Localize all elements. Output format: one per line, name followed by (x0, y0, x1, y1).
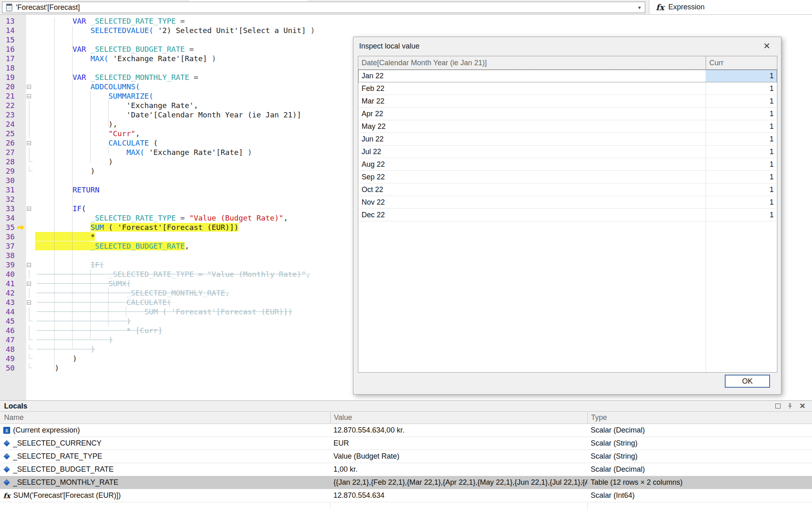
line-number[interactable]: 37 (0, 241, 15, 251)
month-cell[interactable]: Mar 22 (358, 95, 706, 107)
line-number[interactable]: 31 (0, 185, 15, 194)
curr-cell[interactable]: 1 (706, 183, 777, 196)
local-name-cell[interactable]: _SELECTED_BUDGET_RATE (0, 463, 330, 476)
line-number[interactable]: 38 (0, 251, 15, 260)
local-name-cell[interactable]: ±(Current expression) (0, 424, 330, 437)
locals-row[interactable]: _SELECTED_CURRENCYEURScalar (String) (0, 437, 812, 450)
curr-cell[interactable]: 1 (706, 70, 777, 82)
table-row[interactable]: Jul 221 (358, 146, 777, 158)
line-number[interactable]: 32 (0, 194, 15, 204)
column-header-type[interactable]: Type (587, 412, 812, 424)
locals-row[interactable]: _SELECTED_MONTHLY_RATE{{Jan 22,1},{Feb 2… (0, 476, 812, 489)
line-number[interactable]: 40 (0, 269, 15, 279)
month-cell[interactable]: Sep 22 (358, 171, 706, 183)
line-number[interactable]: 19 (0, 73, 15, 82)
line-number[interactable]: 43 (0, 298, 15, 307)
local-name-cell[interactable]: _SELECTED_RATE_TYPE (0, 450, 330, 463)
line-number[interactable]: 20 (0, 82, 15, 91)
line-number[interactable]: 15 (0, 35, 15, 44)
code-fold-icon[interactable] (27, 94, 31, 98)
curr-cell[interactable]: 1 (706, 95, 777, 107)
line-number[interactable]: 44 (0, 307, 15, 316)
line-number[interactable]: 29 (0, 166, 15, 176)
table-row[interactable]: Dec 221 (358, 209, 777, 221)
line-number[interactable]: 28 (0, 157, 15, 166)
line-number[interactable]: 35 (0, 223, 15, 232)
line-number[interactable]: 48 (0, 344, 15, 354)
locals-row[interactable]: _SELECTED_BUDGET_RATE1,00 kr.Scalar (Dec… (0, 463, 812, 476)
curr-cell[interactable]: 1 (706, 171, 777, 183)
locals-row[interactable]: ±(Current expression)12.870.554.634,00 k… (0, 424, 812, 437)
column-header-date[interactable]: Date[Calendar Month Year (ie Jan 21)] (358, 56, 706, 69)
column-header-curr[interactable]: Curr (706, 56, 777, 69)
line-number[interactable]: 34 (0, 213, 15, 223)
curr-cell[interactable]: 1 (706, 146, 777, 158)
line-number[interactable]: 27 (0, 148, 15, 157)
inspect-magnifier-icon[interactable] (581, 480, 585, 484)
local-value-cell[interactable]: EUR (330, 437, 587, 450)
table-row[interactable]: Nov 221 (358, 196, 777, 209)
curr-cell[interactable]: 1 (706, 196, 777, 208)
locals-row[interactable]: _SELECTED_RATE_TYPEValue (Budget Rate)Sc… (0, 450, 812, 463)
curr-cell[interactable]: 1 (706, 133, 777, 145)
line-number[interactable]: 36 (0, 232, 15, 241)
chevron-down-icon[interactable]: ▾ (638, 4, 641, 11)
locals-row[interactable]: fxSUM('Forecast'[Forecast (EUR)])12.870.… (0, 489, 812, 502)
month-cell[interactable]: Aug 22 (358, 158, 706, 170)
line-number[interactable]: 47 (0, 335, 15, 344)
table-row[interactable]: Oct 221 (358, 183, 777, 196)
table-row[interactable]: Apr 221 (358, 108, 777, 120)
month-cell[interactable]: Jul 22 (358, 146, 706, 158)
line-number[interactable]: 30 (0, 176, 15, 185)
line-number[interactable]: 23 (0, 110, 15, 119)
line-number[interactable]: 18 (0, 63, 15, 73)
table-row[interactable]: Aug 221 (358, 158, 777, 171)
close-icon[interactable]: ✕ (761, 41, 772, 51)
line-number[interactable]: 46 (0, 326, 15, 335)
table-row[interactable]: May 221 (358, 120, 777, 133)
code-fold-icon[interactable] (27, 85, 31, 89)
local-name-cell[interactable]: fxSUM('Forecast'[Forecast (EUR)]) (0, 489, 330, 502)
month-cell[interactable]: Oct 22 (358, 183, 706, 196)
local-value-cell[interactable]: 12.870.554.634,00 kr. (330, 424, 587, 437)
code-line[interactable]: 13 VAR _SELECTED_RATE_TYPE = (0, 16, 812, 26)
close-icon[interactable]: ✕ (799, 402, 805, 410)
pin-icon[interactable] (787, 403, 793, 409)
ok-button[interactable]: OK (725, 375, 770, 388)
curr-cell[interactable]: 1 (706, 82, 777, 95)
code-fold-icon[interactable] (27, 282, 31, 286)
code-fold-icon[interactable] (27, 207, 31, 211)
code-line[interactable]: 14 SELECTEDVALUE( '2) Selected Unit'[Sel… (0, 26, 812, 35)
curr-cell[interactable]: 1 (706, 120, 777, 132)
code-fold-icon[interactable] (27, 263, 31, 267)
line-number[interactable]: 25 (0, 129, 15, 138)
line-number[interactable]: 26 (0, 138, 15, 148)
local-value-cell[interactable]: {{Jan 22,1},{Feb 22,1},{Mar 22,1},{Apr 2… (330, 476, 587, 489)
line-number[interactable]: 16 (0, 44, 15, 54)
curr-cell[interactable]: 1 (706, 108, 777, 120)
column-header-name[interactable]: Name (0, 412, 330, 424)
code-fold-icon[interactable] (27, 141, 31, 145)
curr-cell[interactable]: 1 (706, 158, 777, 170)
measure-selector-combobox[interactable]: 'Forecast'[Forecast] ▾ (2, 2, 645, 13)
month-cell[interactable]: Jun 22 (358, 133, 706, 145)
local-value-cell[interactable]: Value (Budget Rate) (330, 450, 587, 463)
line-number[interactable]: 50 (0, 363, 15, 373)
line-number[interactable]: 17 (0, 54, 15, 63)
line-number[interactable]: 14 (0, 26, 15, 35)
line-number[interactable]: 49 (0, 354, 15, 363)
line-number[interactable]: 21 (0, 91, 15, 101)
line-number[interactable]: 33 (0, 204, 15, 213)
month-cell[interactable]: Jan 22 (358, 70, 706, 82)
column-header-value[interactable]: Value (330, 412, 587, 424)
local-name-cell[interactable]: _SELECTED_MONTHLY_RATE (0, 476, 330, 489)
line-number[interactable]: 39 (0, 260, 15, 269)
curr-cell[interactable]: 1 (706, 209, 777, 221)
line-number[interactable]: 41 (0, 279, 15, 288)
line-number[interactable]: 22 (0, 101, 15, 110)
month-cell[interactable]: Apr 22 (358, 108, 706, 120)
local-name-cell[interactable]: _SELECTED_CURRENCY (0, 437, 330, 450)
line-number[interactable]: 24 (0, 119, 15, 129)
month-cell[interactable]: May 22 (358, 120, 706, 132)
maximize-icon[interactable] (775, 404, 781, 408)
